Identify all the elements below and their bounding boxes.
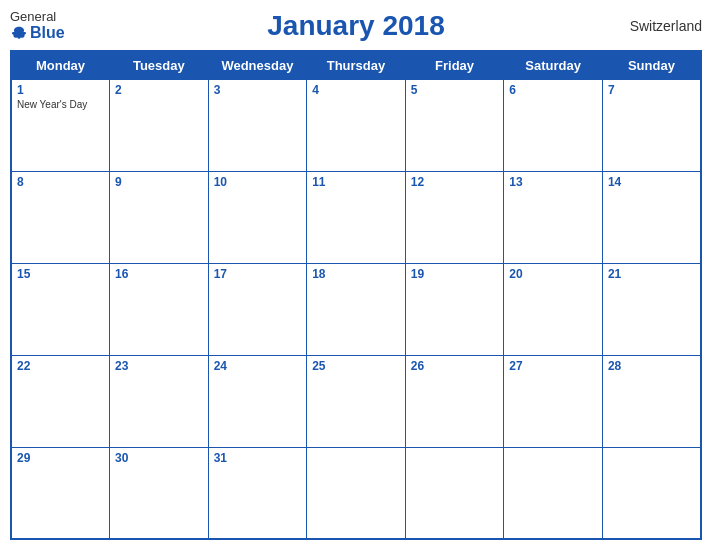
day-number: 8 bbox=[17, 175, 104, 189]
week-row-2: 891011121314 bbox=[11, 171, 701, 263]
table-row: 16 bbox=[110, 263, 209, 355]
day-number: 22 bbox=[17, 359, 104, 373]
calendar-wrapper: General Blue January 2018 Switzerland Mo… bbox=[0, 0, 712, 550]
day-number: 13 bbox=[509, 175, 597, 189]
table-row: 26 bbox=[405, 355, 504, 447]
calendar-header: General Blue January 2018 Switzerland bbox=[10, 10, 702, 42]
table-row: 18 bbox=[307, 263, 406, 355]
table-row: 8 bbox=[11, 171, 110, 263]
table-row: 31 bbox=[208, 447, 307, 539]
table-row: 9 bbox=[110, 171, 209, 263]
table-row bbox=[307, 447, 406, 539]
day-number: 16 bbox=[115, 267, 203, 281]
header-tuesday: Tuesday bbox=[110, 51, 209, 80]
day-number: 21 bbox=[608, 267, 695, 281]
header-thursday: Thursday bbox=[307, 51, 406, 80]
calendar-table: Monday Tuesday Wednesday Thursday Friday… bbox=[10, 50, 702, 540]
table-row: 11 bbox=[307, 171, 406, 263]
table-row: 3 bbox=[208, 80, 307, 172]
day-number: 26 bbox=[411, 359, 499, 373]
logo-general-text: General bbox=[10, 10, 56, 24]
table-row bbox=[504, 447, 603, 539]
table-row: 19 bbox=[405, 263, 504, 355]
day-number: 29 bbox=[17, 451, 104, 465]
table-row: 4 bbox=[307, 80, 406, 172]
day-number: 5 bbox=[411, 83, 499, 97]
table-row: 10 bbox=[208, 171, 307, 263]
day-number: 3 bbox=[214, 83, 302, 97]
table-row: 21 bbox=[602, 263, 701, 355]
day-number: 4 bbox=[312, 83, 400, 97]
day-number: 2 bbox=[115, 83, 203, 97]
table-row: 28 bbox=[602, 355, 701, 447]
weekday-header-row: Monday Tuesday Wednesday Thursday Friday… bbox=[11, 51, 701, 80]
day-number: 17 bbox=[214, 267, 302, 281]
table-row: 1New Year's Day bbox=[11, 80, 110, 172]
table-row bbox=[405, 447, 504, 539]
day-number: 6 bbox=[509, 83, 597, 97]
day-number: 10 bbox=[214, 175, 302, 189]
day-number: 23 bbox=[115, 359, 203, 373]
day-number: 9 bbox=[115, 175, 203, 189]
table-row: 24 bbox=[208, 355, 307, 447]
day-number: 11 bbox=[312, 175, 400, 189]
logo-bird-icon bbox=[10, 24, 28, 42]
week-row-5: 293031 bbox=[11, 447, 701, 539]
day-number: 7 bbox=[608, 83, 695, 97]
header-wednesday: Wednesday bbox=[208, 51, 307, 80]
table-row: 29 bbox=[11, 447, 110, 539]
table-row: 13 bbox=[504, 171, 603, 263]
table-row bbox=[602, 447, 701, 539]
table-row: 2 bbox=[110, 80, 209, 172]
calendar-title: January 2018 bbox=[267, 10, 444, 42]
table-row: 30 bbox=[110, 447, 209, 539]
week-row-1: 1New Year's Day234567 bbox=[11, 80, 701, 172]
table-row: 25 bbox=[307, 355, 406, 447]
day-number: 25 bbox=[312, 359, 400, 373]
header-sunday: Sunday bbox=[602, 51, 701, 80]
week-row-3: 15161718192021 bbox=[11, 263, 701, 355]
holiday-text: New Year's Day bbox=[17, 99, 104, 110]
table-row: 22 bbox=[11, 355, 110, 447]
country-label: Switzerland bbox=[630, 18, 702, 34]
week-row-4: 22232425262728 bbox=[11, 355, 701, 447]
table-row: 12 bbox=[405, 171, 504, 263]
day-number: 24 bbox=[214, 359, 302, 373]
day-number: 15 bbox=[17, 267, 104, 281]
day-number: 12 bbox=[411, 175, 499, 189]
day-number: 19 bbox=[411, 267, 499, 281]
day-number: 30 bbox=[115, 451, 203, 465]
table-row: 6 bbox=[504, 80, 603, 172]
table-row: 14 bbox=[602, 171, 701, 263]
day-number: 1 bbox=[17, 83, 104, 97]
table-row: 7 bbox=[602, 80, 701, 172]
table-row: 27 bbox=[504, 355, 603, 447]
day-number: 18 bbox=[312, 267, 400, 281]
table-row: 17 bbox=[208, 263, 307, 355]
day-number: 20 bbox=[509, 267, 597, 281]
table-row: 15 bbox=[11, 263, 110, 355]
day-number: 31 bbox=[214, 451, 302, 465]
logo-blue-text: Blue bbox=[10, 24, 65, 42]
header-friday: Friday bbox=[405, 51, 504, 80]
logo: General Blue bbox=[10, 10, 65, 42]
day-number: 28 bbox=[608, 359, 695, 373]
table-row: 23 bbox=[110, 355, 209, 447]
day-number: 27 bbox=[509, 359, 597, 373]
header-monday: Monday bbox=[11, 51, 110, 80]
day-number: 14 bbox=[608, 175, 695, 189]
header-saturday: Saturday bbox=[504, 51, 603, 80]
table-row: 20 bbox=[504, 263, 603, 355]
table-row: 5 bbox=[405, 80, 504, 172]
